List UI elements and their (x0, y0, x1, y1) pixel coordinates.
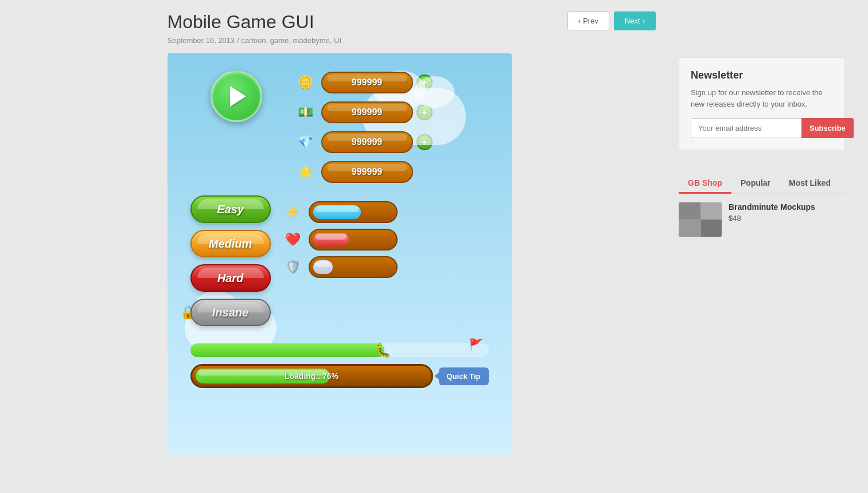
health-bar-outer (309, 229, 398, 251)
energy-row: ⚡ (282, 201, 398, 223)
sidebar: Newsletter Sign up for our newsletter to… (679, 11, 845, 455)
thumb-cell-2 (701, 202, 722, 219)
shop-item: Brandminute Mockups $48 (679, 202, 845, 237)
post-date: September 16, 2013 (168, 36, 235, 45)
cash-bar: 999999 (321, 101, 413, 123)
play-button[interactable] (211, 71, 262, 122)
play-icon (230, 86, 246, 107)
gems-bar: 999999 (321, 131, 413, 153)
thumb-cell-1 (679, 202, 700, 219)
shop-item-price: $48 (729, 214, 815, 222)
gems-value: 999999 (328, 137, 406, 147)
shield-row: 🛡️ (282, 256, 398, 278)
coins-value: 999999 (328, 77, 406, 88)
thumb-cell-4 (701, 220, 722, 237)
loading-bar: Loading...76% (190, 364, 433, 388)
newsletter-title: Newsletter (691, 69, 833, 81)
gems-icon: 💎 (294, 130, 318, 154)
thumb-cell-3 (679, 220, 700, 237)
next-button[interactable]: Next › (614, 11, 656, 30)
post-title: Mobile Game GUI (168, 11, 512, 33)
worm-progress-fill: 🐛 (190, 343, 384, 357)
tabs-header: GB Shop Popular Most Liked (679, 174, 845, 194)
tabs-container: GB Shop Popular Most Liked Brandminute M… (679, 174, 845, 237)
coins-bar: 999999 (321, 72, 413, 93)
tab-most-liked[interactable]: Most Liked (780, 174, 840, 194)
stars-resource: ⭐ 999999 (294, 160, 433, 184)
energy-bar-fill (313, 205, 361, 219)
shield-bar-fill (313, 260, 333, 274)
shop-info: Brandminute Mockups $48 (729, 202, 815, 222)
stars-icon: ⭐ (294, 160, 318, 184)
shield-bar-outer (309, 256, 398, 278)
tab-gb-shop[interactable]: GB Shop (679, 174, 731, 194)
energy-bar-outer (309, 201, 398, 223)
newsletter-description: Sign up for our newsletter to receive th… (691, 87, 833, 109)
health-icon: ❤️ (282, 229, 304, 251)
worm-track: 🐛 🚩 (190, 343, 489, 357)
worm-icon: 🐛 (374, 342, 391, 358)
easy-button[interactable]: Easy (190, 195, 271, 223)
cash-value: 999999 (328, 107, 406, 118)
shop-item-name: Brandminute Mockups (729, 202, 815, 212)
prev-button[interactable]: ‹ Prev (567, 11, 609, 30)
cash-icon: 💵 (294, 100, 318, 124)
next-arrow-icon: › (643, 17, 645, 25)
newsletter-form: Subscribe (691, 118, 833, 138)
coin-icon: 🪙 (294, 71, 318, 95)
shop-thumbnail (679, 202, 722, 237)
tab-popular[interactable]: Popular (731, 174, 780, 194)
loading-text: Loading...76% (192, 366, 431, 386)
email-input[interactable] (691, 118, 801, 138)
post-meta: September 16, 2013 / cartoon, game, made… (168, 36, 512, 45)
post-tags: cartoon, game, madebyme, UI (241, 36, 341, 45)
stars-bar: 999999 (321, 161, 413, 183)
prev-arrow-icon: ‹ (578, 17, 581, 25)
progress-bars-panel: ⚡ ❤️ (282, 195, 398, 326)
quick-tip-button[interactable]: Quick Tip (439, 367, 489, 385)
health-row: ❤️ (282, 229, 398, 251)
insane-button[interactable]: Insane (190, 299, 271, 326)
health-bar-fill (313, 233, 349, 246)
subscribe-button[interactable]: Subscribe (801, 118, 854, 138)
medium-button[interactable]: Medium (190, 230, 271, 257)
energy-icon: ⚡ (282, 201, 304, 223)
flag-icon: 🚩 (469, 338, 483, 351)
shield-icon: 🛡️ (282, 256, 304, 278)
divider (679, 162, 845, 162)
stars-value: 999999 (328, 167, 406, 177)
loading-container: Loading...76% Quick Tip (190, 364, 489, 388)
newsletter-box: Newsletter Sign up for our newsletter to… (679, 57, 845, 150)
difficulty-buttons-panel: Easy Medium Hard 🔒 Insane (190, 195, 271, 326)
game-gui-container: 🪙 999999 + 💵 999999 + (168, 53, 512, 455)
bottom-section: 🐛 🚩 Loading...76% Quick Tip (190, 343, 489, 388)
hard-button[interactable]: Hard (190, 264, 271, 292)
